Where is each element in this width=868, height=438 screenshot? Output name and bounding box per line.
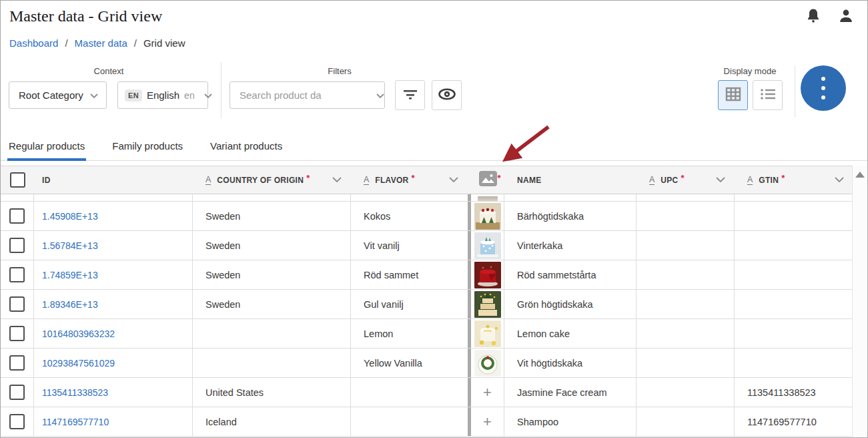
- cell-gtin[interactable]: [735, 202, 853, 230]
- cell-gtin[interactable]: 1147169577710: [735, 407, 853, 436]
- cell-image[interactable]: [471, 231, 504, 260]
- column-menu-chevron-icon[interactable]: [449, 177, 468, 183]
- product-id-link[interactable]: 1.74859E+13: [42, 270, 98, 280]
- cell-name[interactable]: Bärhögtidskaka: [504, 202, 636, 230]
- cell-country[interactable]: [193, 349, 351, 377]
- column-header-image[interactable]: *: [479, 171, 497, 189]
- vertical-scrollbar[interactable]: [852, 166, 867, 437]
- product-id-link[interactable]: 1.89346E+13: [42, 299, 98, 310]
- language-context-dropdown[interactable]: EN English en: [117, 81, 208, 109]
- cell-image[interactable]: [471, 349, 504, 377]
- breadcrumb-master-data[interactable]: Master data: [75, 37, 127, 49]
- select-all-checkbox[interactable]: [10, 172, 25, 188]
- column-menu-chevron-icon[interactable]: [332, 177, 351, 183]
- cell-name[interactable]: Grön högtidskaka: [504, 290, 636, 318]
- cell-image[interactable]: [471, 202, 504, 230]
- row-checkbox[interactable]: [9, 238, 25, 253]
- notifications-bell-icon[interactable]: [806, 8, 821, 24]
- column-header-upc[interactable]: A UPC *: [636, 175, 735, 185]
- search-product-input[interactable]: [230, 82, 376, 108]
- product-id-link[interactable]: 1.56784E+13: [42, 240, 98, 251]
- cell-upc[interactable]: [636, 231, 735, 260]
- row-checkbox[interactable]: [9, 414, 25, 429]
- cell-gtin[interactable]: [735, 319, 853, 348]
- row-checkbox[interactable]: [9, 355, 25, 371]
- row-checkbox[interactable]: [9, 385, 25, 400]
- cell-name[interactable]: Röd sammetstårta: [504, 260, 636, 289]
- row-checkbox[interactable]: [9, 208, 25, 224]
- column-header-country-of-origin[interactable]: A COUNTRY OF ORIGIN *: [193, 175, 351, 185]
- column-menu-chevron-icon[interactable]: [716, 177, 735, 183]
- cell-name[interactable]: Shampoo: [504, 407, 636, 436]
- tab-family-products[interactable]: Family products: [111, 131, 184, 160]
- cell-flavor[interactable]: Vit vanilj: [351, 231, 468, 260]
- cell-country[interactable]: Sweden: [193, 290, 351, 318]
- cell-name[interactable]: Vinterkaka: [504, 231, 636, 260]
- actions-menu-fab-button[interactable]: [801, 65, 846, 111]
- cell-gtin[interactable]: [735, 260, 853, 289]
- cell-name[interactable]: Lemon cake: [504, 319, 636, 348]
- filter-button[interactable]: [395, 80, 425, 110]
- product-id-link[interactable]: 1.45908E+13: [42, 211, 98, 222]
- cell-image[interactable]: [471, 319, 504, 348]
- cell-flavor[interactable]: Röd sammet: [351, 260, 468, 289]
- cell-country[interactable]: Iceland: [193, 407, 351, 436]
- cell-name[interactable]: Vit högtidskaka: [504, 349, 636, 377]
- add-image-button[interactable]: +: [483, 415, 492, 429]
- cell-flavor[interactable]: Yellow Vanilla: [351, 349, 468, 377]
- row-checkbox[interactable]: [9, 326, 25, 341]
- breadcrumb-dashboard[interactable]: Dashboard: [9, 37, 58, 49]
- product-id-link[interactable]: 1147169577710: [42, 417, 109, 427]
- cell-flavor[interactable]: [351, 407, 468, 436]
- scroll-up-arrow-icon[interactable]: [855, 172, 865, 178]
- cell-gtin[interactable]: [735, 231, 853, 260]
- cell-image[interactable]: [471, 290, 504, 318]
- cell-upc[interactable]: [636, 349, 735, 377]
- cell-gtin[interactable]: [735, 349, 853, 377]
- cell-country[interactable]: Sweden: [193, 260, 351, 289]
- cell-upc[interactable]: [636, 202, 735, 230]
- cell-upc[interactable]: [636, 378, 735, 407]
- cell-image[interactable]: [471, 260, 504, 289]
- cell-upc[interactable]: [636, 407, 735, 436]
- cell-flavor[interactable]: [351, 378, 468, 407]
- product-id-link[interactable]: 10164803963232: [42, 328, 115, 339]
- cell-upc[interactable]: [636, 319, 735, 348]
- text-attribute-icon: A: [649, 176, 655, 185]
- row-checkbox[interactable]: [9, 267, 25, 282]
- search-product-dropdown[interactable]: [230, 81, 385, 109]
- display-mode-list-button[interactable]: [753, 80, 783, 110]
- cell-flavor[interactable]: Kokos: [351, 202, 468, 230]
- column-header-gtin[interactable]: A GTIN *: [735, 175, 853, 185]
- tab-variant-products[interactable]: Variant products: [209, 131, 284, 160]
- display-mode-grid-button[interactable]: [718, 80, 748, 110]
- add-image-button[interactable]: +: [483, 386, 492, 399]
- column-menu-chevron-icon[interactable]: [835, 177, 853, 183]
- cell-image[interactable]: +: [471, 407, 504, 436]
- cell-upc[interactable]: [636, 290, 735, 318]
- cell-gtin[interactable]: 1135411338523: [735, 378, 853, 407]
- cell-upc[interactable]: [636, 260, 735, 289]
- cell-name[interactable]: Jasmine Face cream: [504, 378, 636, 407]
- product-id-link[interactable]: 10293847561029: [42, 358, 115, 369]
- product-type-tabs: Regular products Family products Variant…: [1, 131, 867, 161]
- cell-flavor[interactable]: Lemon: [351, 319, 468, 348]
- cell-country[interactable]: [193, 319, 351, 348]
- cell-country[interactable]: United States: [193, 378, 351, 407]
- eye-icon: [438, 88, 456, 102]
- user-account-icon[interactable]: [838, 8, 854, 24]
- product-id-link[interactable]: 1135411338523: [42, 387, 108, 398]
- cell-country[interactable]: Sweden: [193, 231, 351, 260]
- visibility-eye-button[interactable]: [432, 80, 462, 110]
- cell-gtin[interactable]: [735, 290, 853, 318]
- column-header-id[interactable]: ID: [42, 176, 51, 185]
- text-attribute-icon: A: [205, 176, 211, 185]
- cell-country[interactable]: Sweden: [193, 202, 351, 230]
- row-checkbox[interactable]: [9, 296, 25, 312]
- category-context-dropdown[interactable]: Root Category: [9, 81, 107, 109]
- cell-image[interactable]: +: [471, 378, 504, 407]
- column-header-flavor[interactable]: A FLAVOR *: [351, 175, 468, 185]
- cell-flavor[interactable]: Gul vanilj: [351, 290, 468, 318]
- tab-regular-products[interactable]: Regular products: [7, 131, 86, 160]
- column-header-name[interactable]: NAME: [517, 176, 542, 185]
